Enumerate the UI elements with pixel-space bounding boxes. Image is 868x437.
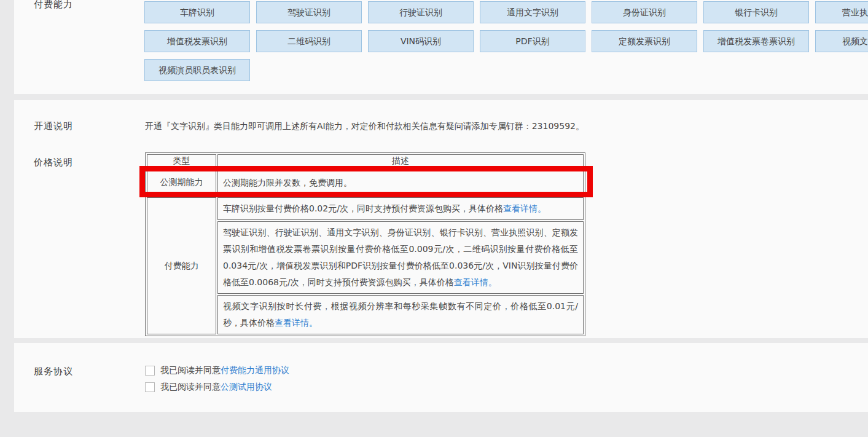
pricing-table: 类型 描述 公测期能力公测期能力限并发数，免费调用。付费能力车牌识别按量付费价格… [145, 152, 585, 336]
capability-button[interactable]: 视频演员职员表识别 [144, 59, 250, 81]
capability-button[interactable]: 驾驶证识别 [256, 1, 362, 23]
paid-type-cell: 付费能力 [147, 197, 216, 334]
pricing-header-desc: 描述 [217, 154, 584, 168]
capability-button[interactable]: 增值税发票识别 [144, 30, 250, 52]
paid-desc-cell: 视频文字识别按时长付费，根据视频分辨率和每秒采集帧数有不同定价，价格低至0.01… [217, 295, 584, 334]
pricing-row-beta: 公测期能力公测期能力限并发数，免费调用。 [147, 169, 584, 196]
capability-button[interactable]: 增值税发票卷票识别 [703, 30, 809, 52]
beta-desc-cell: 公测期能力限并发数，免费调用。 [217, 169, 584, 196]
capability-button[interactable]: 身份证识别 [592, 1, 697, 23]
capability-button[interactable]: 车牌识别 [144, 1, 250, 23]
capability-button[interactable]: 视频文字识别 [815, 30, 868, 52]
agreement-section-label: 服务协议 [34, 366, 73, 377]
agreement-item: 我已阅读并同意付费能力通用协议 [145, 365, 289, 376]
pricing-table-header-row: 类型 描述 [147, 154, 584, 168]
capabilities-section-label: 付费能力 [34, 0, 73, 10]
page-background: 付费能力 车牌识别驾驶证识别行驶证识别通用文字识别身份证识别银行卡识别营业执照识… [0, 0, 868, 437]
paid-desc-cell: 驾驶证识别、行驶证识别、通用文字识别、身份证识别、银行卡识别、营业执照识别、定额… [217, 221, 584, 294]
capability-button[interactable]: 银行卡识别 [703, 1, 809, 23]
capability-button[interactable]: 二维码识别 [256, 30, 362, 52]
pricing-table-body: 公测期能力公测期能力限并发数，免费调用。付费能力车牌识别按量付费价格0.02元/… [147, 169, 584, 334]
activation-description-text: 开通『文字识别』类目能力即可调用上述所有AI能力，对定价和付款相关信息有疑问请添… [145, 121, 612, 132]
activation-section-label: 开通说明 [34, 120, 73, 132]
agreement-checkbox[interactable] [145, 366, 155, 376]
agreement-prefix-text: 我已阅读并同意 [160, 382, 221, 393]
beta-type-cell: 公测期能力 [147, 169, 216, 196]
view-details-link[interactable]: 查看详情。 [454, 277, 497, 287]
agreement-link[interactable]: 公测试用协议 [221, 382, 272, 393]
pricing-row-paid: 付费能力车牌识别按量付费价格0.02元/次，同时支持预付费资源包购买，具体价格查… [147, 197, 584, 220]
agreement-item: 我已阅读并同意公测试用协议 [145, 382, 272, 393]
pricing-section-label: 价格说明 [34, 157, 73, 168]
capability-button[interactable]: 定额发票识别 [592, 30, 697, 52]
agreement-card [14, 343, 868, 412]
capability-button[interactable]: 营业执照识别 [815, 1, 868, 23]
capability-button[interactable]: VIN码识别 [368, 30, 474, 52]
agreement-link[interactable]: 付费能力通用协议 [221, 365, 289, 376]
capability-button[interactable]: PDF识别 [480, 30, 585, 52]
view-details-link[interactable]: 查看详情。 [503, 203, 546, 213]
paid-desc-cell: 车牌识别按量付费价格0.02元/次，同时支持预付费资源包购买，具体价格查看详情。 [217, 197, 584, 220]
agreement-prefix-text: 我已阅读并同意 [160, 365, 221, 376]
pricing-header-type: 类型 [147, 154, 216, 168]
capability-button[interactable]: 行驶证识别 [368, 1, 474, 23]
agreement-checkbox[interactable] [145, 382, 155, 392]
capability-button[interactable]: 通用文字识别 [480, 1, 585, 23]
view-details-link[interactable]: 查看详情。 [275, 318, 318, 328]
